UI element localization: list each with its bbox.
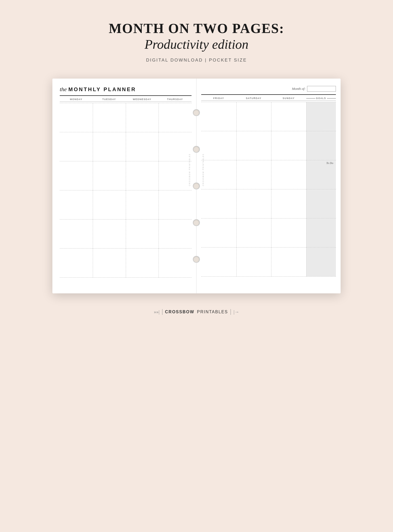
goals-cell-2 bbox=[306, 131, 336, 160]
footer-arrow-right: |→ bbox=[233, 309, 239, 315]
footer-divider-left bbox=[162, 309, 162, 315]
week-right-6 bbox=[201, 247, 336, 277]
cell-fri-6 bbox=[201, 248, 236, 276]
ring-r3 bbox=[193, 183, 200, 189]
week-right-3: To Do bbox=[201, 160, 336, 189]
day-headers-right: FRIDAY SATURDAY SUNDAY Goals bbox=[201, 97, 336, 101]
footer-divider-right bbox=[231, 309, 231, 315]
footer: »»| CROSSBOW PRINTABLES |→ bbox=[154, 309, 239, 315]
ring-r4 bbox=[193, 219, 200, 226]
cell-sun-4 bbox=[271, 189, 306, 218]
week-row-2 bbox=[60, 132, 192, 161]
week-row-6 bbox=[60, 248, 192, 278]
page-left: the MONTHLY PLANNER MONDAY TUESDAY WEDNE… bbox=[52, 79, 196, 293]
day-headers-left: MONDAY TUESDAY WEDNESDAY THURSDAY bbox=[60, 98, 192, 102]
month-of-area: Month of: bbox=[201, 86, 336, 92]
cell-tue-3 bbox=[93, 161, 126, 190]
month-of-box[interactable] bbox=[307, 86, 336, 92]
cell-mon-5 bbox=[60, 220, 93, 248]
cell-sat-2 bbox=[236, 131, 271, 160]
ring-r1 bbox=[193, 109, 200, 116]
calendar-grid-right: FRIDAY SATURDAY SUNDAY Goals bbox=[201, 97, 336, 277]
day-header-tuesday: TUESDAY bbox=[93, 98, 126, 102]
cell-sun-5 bbox=[271, 218, 306, 247]
goals-cell-4 bbox=[306, 189, 336, 218]
cell-sun-1 bbox=[271, 102, 306, 131]
cell-tue-1 bbox=[93, 103, 126, 132]
page-divider-left bbox=[60, 95, 192, 96]
ring-r5 bbox=[193, 256, 200, 263]
cell-tue-4 bbox=[93, 190, 126, 219]
page-right: Month of: FRIDAY SATURDAY SUNDAY Goals bbox=[196, 79, 341, 293]
cell-wed-6 bbox=[126, 249, 159, 277]
week-row-5 bbox=[60, 219, 192, 248]
cell-sat-4 bbox=[236, 189, 271, 218]
footer-brand-light: PRINTABLES bbox=[197, 310, 228, 314]
cell-thu-3 bbox=[159, 161, 192, 190]
watermark-left: CROSSBOW PRINTABLES bbox=[189, 153, 190, 186]
cell-thu-4 bbox=[159, 190, 192, 219]
cell-fri-2 bbox=[201, 131, 236, 160]
title-line2: Productivity edition bbox=[109, 36, 284, 53]
cell-tue-5 bbox=[93, 220, 126, 248]
title-line1: MONTH ON TWO PAGES: bbox=[109, 21, 284, 36]
cell-sun-3 bbox=[271, 160, 306, 189]
week-right-1 bbox=[201, 102, 336, 131]
day-header-friday: FRIDAY bbox=[201, 97, 236, 101]
footer-brand-bold: CROSSBOW bbox=[165, 310, 194, 314]
day-header-thursday: THURSDAY bbox=[159, 98, 192, 102]
cell-mon-2 bbox=[60, 132, 93, 161]
cell-sat-6 bbox=[236, 248, 271, 276]
calendar-weeks-left bbox=[60, 103, 192, 278]
cell-sun-6 bbox=[271, 248, 306, 276]
day-header-goals: Goals bbox=[306, 97, 336, 101]
goals-cell-1 bbox=[306, 102, 336, 131]
planner-title-the: the bbox=[60, 86, 67, 93]
cell-fri-5 bbox=[201, 218, 236, 247]
cell-mon-1 bbox=[60, 103, 93, 132]
planner-title-main: MONTHLY PLANNER bbox=[68, 86, 136, 92]
cell-sun-2 bbox=[271, 131, 306, 160]
cell-sat-1 bbox=[236, 102, 271, 131]
page-header: MONTH ON TWO PAGES: Productivity edition… bbox=[109, 21, 284, 63]
subtitle: DIGITAL DOWNLOAD | POCKET SIZE bbox=[109, 58, 284, 63]
cell-tue-6 bbox=[93, 249, 126, 277]
footer-arrows-left: »»| bbox=[154, 309, 160, 315]
goals-cell-3: To Do bbox=[306, 160, 336, 189]
day-header-monday: MONDAY bbox=[60, 98, 93, 102]
day-header-wednesday: WEDNESDAY bbox=[126, 98, 159, 102]
goals-cell-5 bbox=[306, 218, 336, 247]
cell-fri-4 bbox=[201, 189, 236, 218]
cell-fri-1 bbox=[201, 102, 236, 131]
cell-tue-2 bbox=[93, 132, 126, 161]
month-of-label: Month of: bbox=[292, 87, 305, 91]
cell-sat-5 bbox=[236, 218, 271, 247]
calendar-weeks-right: To Do bbox=[201, 102, 336, 277]
week-right-2 bbox=[201, 131, 336, 160]
cell-fri-3 bbox=[201, 160, 236, 189]
cell-sat-3 bbox=[236, 160, 271, 189]
planner-spread: the MONTHLY PLANNER MONDAY TUESDAY WEDNE… bbox=[52, 79, 341, 293]
cell-mon-4 bbox=[60, 190, 93, 219]
cell-thu-2 bbox=[159, 132, 192, 161]
cell-wed-2 bbox=[126, 132, 159, 161]
week-row-4 bbox=[60, 190, 192, 219]
week-right-4 bbox=[201, 189, 336, 218]
todo-label: To Do bbox=[308, 161, 335, 164]
calendar-grid-left: MONDAY TUESDAY WEDNESDAY THURSDAY bbox=[60, 98, 192, 278]
goals-cell-6 bbox=[306, 248, 336, 276]
cell-thu-1 bbox=[159, 103, 192, 132]
cell-thu-5 bbox=[159, 220, 192, 248]
week-row-1 bbox=[60, 103, 192, 132]
cell-wed-1 bbox=[126, 103, 159, 132]
day-header-saturday: SATURDAY bbox=[236, 97, 271, 101]
watermark-right: CROSSBOW PRINTABLES bbox=[202, 153, 204, 186]
cell-mon-3 bbox=[60, 161, 93, 190]
cell-wed-5 bbox=[126, 220, 159, 248]
week-right-5 bbox=[201, 218, 336, 247]
cell-wed-4 bbox=[126, 190, 159, 219]
cell-wed-3 bbox=[126, 161, 159, 190]
planner-title-area: the MONTHLY PLANNER bbox=[60, 86, 192, 93]
cell-thu-6 bbox=[159, 249, 192, 277]
ring-r2 bbox=[193, 146, 200, 153]
